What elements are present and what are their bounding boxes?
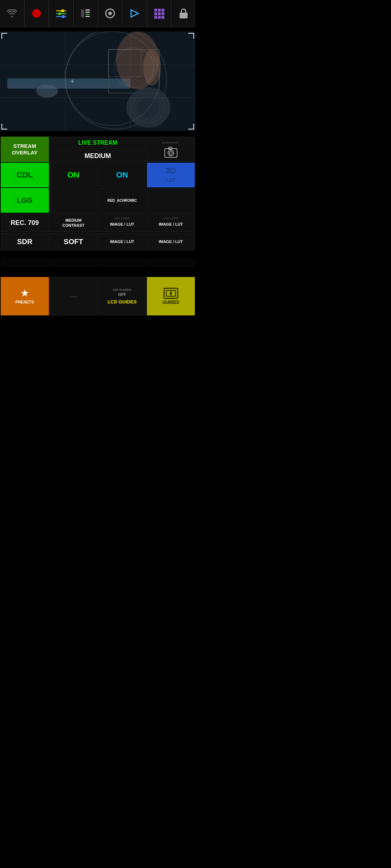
on1-button[interactable]: ON bbox=[50, 163, 98, 187]
svg-rect-18 bbox=[154, 12, 157, 15]
lock-button[interactable] bbox=[171, 0, 196, 27]
image-lut2-label: IMAGE / LUT bbox=[159, 222, 183, 226]
svg-point-6 bbox=[62, 15, 65, 18]
svg-rect-8 bbox=[85, 12, 90, 13]
dim-cell-4 bbox=[147, 258, 195, 267]
svg-rect-17 bbox=[161, 9, 164, 12]
guides-button[interactable]: GUIDES bbox=[147, 277, 195, 315]
lcd-look-label: LCD LOOK bbox=[163, 217, 179, 220]
svg-point-50 bbox=[170, 292, 172, 294]
medium-contrast-label: MEDIUMCONTRAST bbox=[62, 218, 84, 228]
svg-rect-22 bbox=[158, 16, 161, 19]
empty-cell-1 bbox=[50, 188, 98, 213]
guides-label: GUIDES bbox=[163, 300, 179, 305]
on2-button[interactable]: ON bbox=[98, 163, 146, 187]
svg-rect-23 bbox=[161, 16, 164, 19]
lcd-image-lut-button[interactable]: IMAGE / LUT bbox=[147, 233, 195, 250]
red-achromic-label: RED_ACHROMIC bbox=[107, 199, 137, 203]
lgg-button[interactable]: LGG bbox=[1, 188, 49, 213]
empty-cell-2 bbox=[147, 188, 195, 213]
crosshair: + bbox=[71, 77, 75, 85]
sdi-img-lut-label: IMAGE / LUT bbox=[110, 239, 134, 244]
list-button[interactable] bbox=[73, 0, 98, 27]
svg-point-4 bbox=[58, 12, 61, 15]
sdr-label: SDR bbox=[17, 238, 32, 246]
wifi-button[interactable] bbox=[0, 0, 25, 27]
lcd-look-button[interactable]: LCD LOOK IMAGE / LUT bbox=[147, 213, 195, 232]
sdi-lcd-guides-button[interactable]: SDI GUIDES OFF LCD GUIDES bbox=[98, 277, 146, 315]
svg-point-41 bbox=[65, 31, 159, 125]
svg-rect-24 bbox=[180, 13, 188, 18]
snapshot-label: SNAPSHOT bbox=[162, 141, 180, 144]
dim-cell-1 bbox=[1, 258, 49, 267]
svg-rect-16 bbox=[158, 9, 161, 12]
svg-rect-7 bbox=[85, 9, 90, 10]
sdi-look-label: SDI LOOK bbox=[114, 217, 130, 220]
record-button[interactable] bbox=[25, 0, 49, 27]
viewfinder: + bbox=[0, 31, 196, 131]
sliders-button[interactable] bbox=[49, 0, 73, 27]
on1-label: ON bbox=[67, 170, 79, 180]
svg-rect-21 bbox=[154, 16, 157, 19]
corner-br bbox=[188, 124, 194, 129]
svg-rect-15 bbox=[154, 9, 157, 12]
svg-point-42 bbox=[114, 48, 154, 88]
live-stream-label: LIVE STREAM bbox=[78, 140, 117, 146]
dash-separator: — bbox=[70, 293, 77, 300]
medium-button[interactable]: MEDIUM bbox=[50, 150, 146, 162]
corner-tr bbox=[188, 33, 194, 39]
medium-label: MEDIUM bbox=[85, 152, 111, 160]
sdr-button[interactable]: SDR bbox=[1, 233, 49, 250]
presets-button[interactable]: ★ PRESETS bbox=[1, 277, 49, 315]
svg-rect-10 bbox=[85, 16, 90, 17]
rec709-top-button[interactable]: REC. 709 bbox=[1, 213, 49, 232]
on2-label: ON bbox=[116, 170, 128, 180]
svg-rect-19 bbox=[158, 12, 161, 15]
image-lut1-label: IMAGE / LUT bbox=[110, 222, 134, 226]
svg-point-13 bbox=[108, 12, 112, 15]
svg-marker-14 bbox=[131, 10, 138, 17]
circle-button[interactable] bbox=[98, 0, 123, 27]
snapshot-button[interactable]: SNAPSHOT bbox=[147, 137, 195, 162]
stream-overlay-button[interactable]: STREAM OVERLAY bbox=[1, 137, 49, 162]
lut-label: 3DLUT bbox=[166, 166, 176, 184]
cdl-button[interactable]: CDL bbox=[1, 163, 49, 187]
sdi-look-button[interactable]: SDI LOOK IMAGE / LUT bbox=[98, 213, 146, 232]
svg-point-0 bbox=[32, 9, 41, 18]
play-button[interactable] bbox=[122, 0, 147, 27]
cdl-label: CDL bbox=[17, 170, 33, 180]
dim-cell-3 bbox=[98, 258, 146, 267]
svg-point-45 bbox=[169, 152, 172, 154]
medium-contrast-button[interactable]: MEDIUMCONTRAST bbox=[50, 213, 98, 232]
svg-point-2 bbox=[61, 9, 64, 12]
presets-label: PRESETS bbox=[16, 300, 34, 304]
svg-rect-20 bbox=[161, 12, 164, 15]
sdi-guides-label: SDI GUIDES bbox=[113, 288, 131, 292]
corner-bl bbox=[1, 124, 7, 129]
bottom-empty: — bbox=[50, 277, 98, 315]
dim-cell-2 bbox=[50, 258, 98, 267]
toolbar bbox=[0, 0, 196, 27]
svg-point-44 bbox=[168, 150, 174, 156]
soft-label: SOFT bbox=[64, 238, 83, 246]
grid-button[interactable] bbox=[147, 0, 172, 27]
dim-row bbox=[0, 258, 196, 267]
lcd-img-lut-label: IMAGE / LUT bbox=[159, 239, 183, 244]
lcd-guides-label: LCD GUIDES bbox=[108, 299, 136, 305]
corner-tl bbox=[1, 33, 7, 39]
lgg-label: LGG bbox=[17, 196, 33, 205]
lut-button[interactable]: 3DLUT bbox=[147, 163, 195, 187]
sdi-image-lut-button[interactable]: IMAGE / LUT bbox=[98, 233, 146, 250]
svg-rect-9 bbox=[85, 14, 90, 15]
live-stream-button[interactable]: LIVE STREAM bbox=[50, 137, 146, 149]
soft-button[interactable]: SOFT bbox=[50, 233, 98, 250]
stream-overlay-label: STREAM OVERLAY bbox=[3, 143, 47, 156]
rec709-label: REC. 709 bbox=[10, 219, 39, 227]
off-label: OFF bbox=[118, 292, 126, 297]
svg-rect-11 bbox=[81, 9, 84, 17]
red-achromic-button[interactable]: RED_ACHROMIC bbox=[98, 188, 146, 213]
